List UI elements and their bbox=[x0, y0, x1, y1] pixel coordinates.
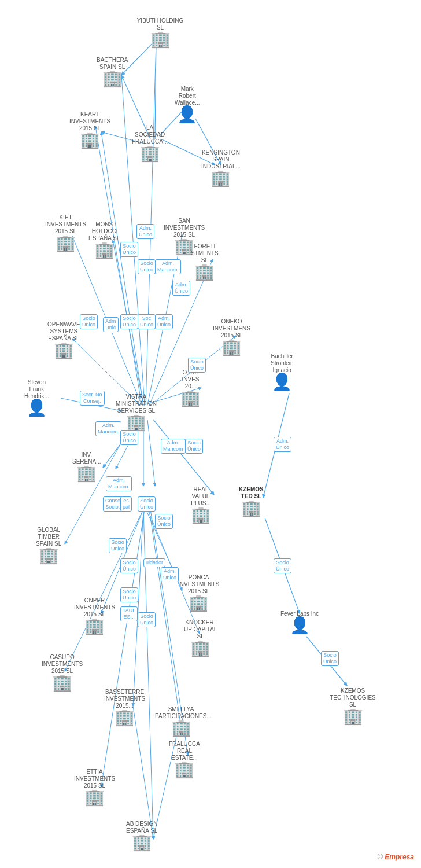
node-ettia[interactable]: ETTIAINVESTMENTS2015 SL 🏢 bbox=[74, 768, 115, 806]
building-icon-fralucca-real: 🏢 bbox=[174, 762, 194, 778]
building-icon-openwave: 🏢 bbox=[54, 342, 74, 358]
person-icon-bachiller: 👤 bbox=[272, 374, 292, 390]
badge-adm-unico-2[interactable]: Adm.Único bbox=[172, 281, 190, 296]
svg-line-10 bbox=[95, 126, 142, 405]
badge-socio-unico-11[interactable]: SocioÚnico bbox=[120, 558, 138, 573]
node-kensington[interactable]: KENSINGTONSPAININDUSTRIAL... 🏢 bbox=[201, 149, 241, 186]
building-icon-mons: 🏢 bbox=[94, 242, 115, 258]
badge-socio-unico-10[interactable]: SocioÚnico bbox=[109, 538, 127, 553]
badge-adm-mancom-4[interactable]: Adm.Mancom. bbox=[106, 476, 132, 491]
svg-line-20 bbox=[153, 420, 214, 495]
edges-layer bbox=[0, 0, 421, 868]
badge-socio-unico-5[interactable]: SocioÚnico bbox=[188, 358, 206, 373]
badge-adm-unico-1[interactable]: Adm.Único bbox=[136, 224, 154, 239]
building-icon-casupo: 🏢 bbox=[52, 675, 72, 691]
building-icon-bacthera: 🏢 bbox=[102, 71, 123, 87]
node-oneko[interactable]: ONEKOINVESTMENS2015 SL 🏢 bbox=[213, 318, 250, 355]
badge-socio-unico-4[interactable]: SocioÚnico bbox=[120, 314, 138, 329]
building-icon-kensington: 🏢 bbox=[211, 170, 231, 186]
building-icon-global-timber: 🏢 bbox=[39, 547, 59, 564]
building-icon-ettia: 🏢 bbox=[84, 789, 105, 806]
building-icon-knocker: 🏢 bbox=[190, 640, 211, 656]
node-foreti[interactable]: FORETISTMENTSSL 🏢 bbox=[191, 243, 219, 280]
badge-adm-unico-bachiller[interactable]: Adm.Único bbox=[274, 437, 291, 452]
node-keart[interactable]: KEARTINVESTMENTS2015 SL 🏢 bbox=[69, 111, 110, 148]
badge-socio-unico-12[interactable]: SocioÚnico bbox=[120, 587, 138, 602]
building-icon-real-value: 🏢 bbox=[191, 507, 211, 523]
badge-socio-unico-13[interactable]: SocioÚnico bbox=[138, 612, 156, 627]
badge-socio-unico-fever[interactable]: SocioÚnico bbox=[274, 558, 291, 573]
badge-socio-unico-1[interactable]: SocioÚnico bbox=[120, 242, 138, 257]
node-smellya[interactable]: SMELLYAPARTICIPACIONES... 🏢 bbox=[155, 706, 207, 736]
badge-soc-unico-1[interactable]: SocÚnico bbox=[138, 314, 156, 329]
building-icon-vistra: 🏢 bbox=[126, 414, 146, 431]
node-fralucca-real[interactable]: FRALUCCAREALESTATE... 🏢 bbox=[169, 741, 200, 778]
building-icon-otra: 🏢 bbox=[180, 390, 201, 406]
node-inv-serena[interactable]: INV.SERENA... 🏢 bbox=[72, 451, 101, 481]
badge-socio-unico-6[interactable]: SocioÚnico bbox=[120, 430, 138, 445]
building-icon-onper: 🏢 bbox=[84, 618, 105, 634]
building-icon-foreti: 🏢 bbox=[194, 264, 215, 280]
badge-secr-consej[interactable]: Secr. NoConsej. bbox=[80, 391, 105, 406]
person-icon-mark: 👤 bbox=[177, 106, 197, 123]
badge-es-pal[interactable]: espal bbox=[120, 496, 132, 512]
node-onper[interactable]: ONPERINVESTMENTS2015 SL 🏢 bbox=[74, 597, 115, 634]
building-icon-kzemos-tech: 🏢 bbox=[343, 708, 363, 724]
svg-line-7 bbox=[146, 41, 156, 405]
node-mark[interactable]: MarkRobertWallace... 👤 bbox=[175, 86, 200, 123]
building-icon-keart: 🏢 bbox=[80, 132, 100, 148]
node-openwave[interactable]: OPENWAVESYSTEMSESPAÑA SL 🏢 bbox=[47, 321, 80, 358]
node-ponca[interactable]: PONCAINVESTMENTS2015 SL 🏢 bbox=[178, 574, 219, 611]
node-real-value[interactable]: REALVALUEPLUS... 🏢 bbox=[191, 486, 211, 523]
badge-liquidador[interactable]: uidador bbox=[143, 558, 165, 567]
badge-adm-unico-3[interactable]: Adm.Único bbox=[155, 314, 173, 329]
node-yibuti[interactable]: YIBUTI HOLDING SL 🏢 bbox=[134, 17, 186, 47]
badge-socio-unico-7[interactable]: SocioÚnico bbox=[185, 439, 203, 454]
graph-container: YIBUTI HOLDING SL 🏢 BACTHERASPAIN SL 🏢 M… bbox=[0, 0, 421, 868]
node-otra[interactable]: OTRAINVES20... 🏢 bbox=[180, 369, 201, 406]
person-icon-steven: 👤 bbox=[27, 400, 47, 416]
node-kzemos-tech[interactable]: KZEMOSTECHNOLOGIES SL 🏢 bbox=[327, 687, 379, 724]
building-icon-kzemos-ted: 🏢 bbox=[241, 500, 261, 516]
badge-adm-mancom-2[interactable]: Adm.Mancom. bbox=[95, 421, 121, 436]
badge-taul-es[interactable]: TAULES... bbox=[120, 606, 138, 621]
person-icon-fever-labs: 👤 bbox=[290, 617, 310, 634]
building-icon-lasociedad: 🏢 bbox=[140, 145, 160, 161]
badge-socio-unico-3[interactable]: SocioÚnico bbox=[80, 314, 98, 329]
watermark: © Empresa bbox=[378, 853, 414, 861]
node-bacthera[interactable]: BACTHERASPAIN SL 🏢 bbox=[97, 57, 128, 87]
badge-socio-unico-2[interactable]: SocioÚnico bbox=[138, 259, 156, 274]
node-mons[interactable]: MONSHOLDCOESPAÑA SL 🏢 bbox=[88, 221, 120, 258]
badge-adm-unic-1[interactable]: AdmÚnic bbox=[103, 317, 119, 332]
badge-adm-unico-4[interactable]: Adm.Único bbox=[161, 567, 179, 582]
watermark-brand: Empresa bbox=[385, 853, 414, 861]
building-icon-smellya: 🏢 bbox=[171, 720, 191, 736]
building-icon-inv-serena: 🏢 bbox=[76, 465, 97, 481]
node-kiet[interactable]: KIETINVESTMENTS2015 SL 🏢 bbox=[45, 214, 86, 251]
node-steven[interactable]: StevenFrankHendrik... 👤 bbox=[24, 379, 49, 416]
badge-socio-unico-kzemos[interactable]: SocioÚnico bbox=[321, 651, 339, 666]
node-vistra[interactable]: VISTRAMINISTRATIONSERVICES SL 🏢 bbox=[116, 393, 157, 431]
node-ab-design[interactable]: AB DESIGNESPAÑA SL 🏢 bbox=[126, 821, 157, 851]
node-knocker[interactable]: KNOCKER-UP CAPITALSL 🏢 bbox=[184, 619, 217, 656]
node-lasociedad[interactable]: LASOCIEDADFRALUCCA... 🏢 bbox=[132, 124, 168, 161]
building-icon-oneko: 🏢 bbox=[221, 339, 242, 355]
node-bachiller[interactable]: BachillerStrohleinIgnacio 👤 bbox=[271, 353, 293, 390]
node-fever-labs[interactable]: Fever Labs Inc 👤 bbox=[280, 610, 319, 634]
badge-adm-mancom-1[interactable]: Adm.Mancom. bbox=[155, 259, 181, 274]
badge-socio-unico-9[interactable]: SocioÚnico bbox=[155, 514, 173, 529]
svg-line-37 bbox=[133, 706, 153, 839]
building-icon-ponca: 🏢 bbox=[189, 595, 209, 611]
building-icon-kiet: 🏢 bbox=[56, 235, 76, 251]
node-casupo[interactable]: CASUPOINVESTMENTS2015 SL 🏢 bbox=[42, 654, 83, 691]
building-icon-ab-design: 🏢 bbox=[132, 834, 152, 851]
node-global-timber[interactable]: GLOBALTIMBERSPAIN SL 🏢 bbox=[36, 527, 61, 564]
node-basseterre[interactable]: BASSETERREINVESTMENTS2015... 🏢 bbox=[104, 689, 145, 726]
building-icon-basseterre: 🏢 bbox=[115, 709, 135, 726]
badge-adm-mancom-3[interactable]: Adm.Mancom bbox=[161, 439, 186, 454]
building-icon-yibuti: 🏢 bbox=[150, 31, 171, 47]
node-kzemos-ted[interactable]: KZEMOSTED SL 🏢 bbox=[239, 486, 264, 516]
badge-socio-unico-8[interactable]: SocioÚnico bbox=[138, 496, 156, 512]
